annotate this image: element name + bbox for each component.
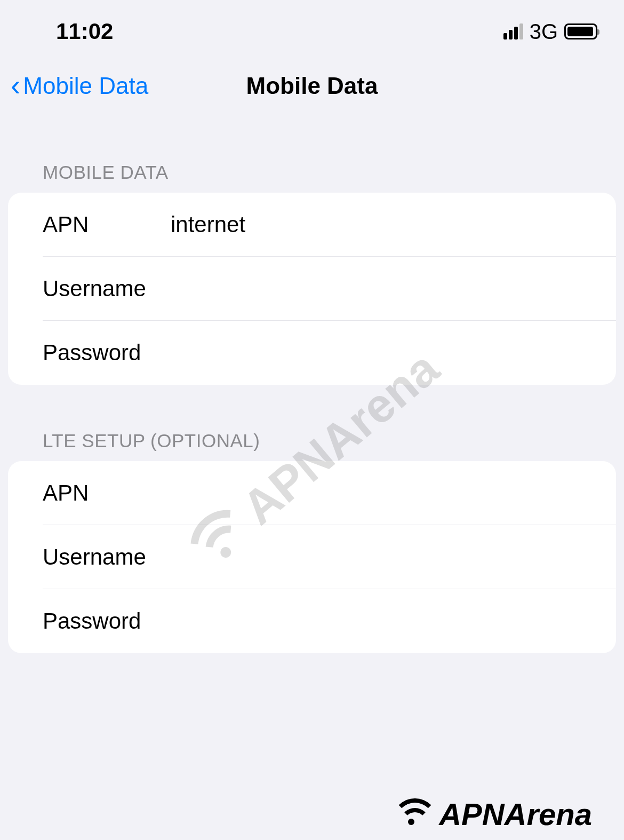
chevron-left-icon: ‹	[11, 71, 20, 100]
row-password[interactable]: Password	[8, 321, 616, 385]
network-type: 3G	[530, 20, 558, 44]
label-password: Password	[43, 340, 171, 366]
input-lte-password[interactable]	[171, 608, 595, 634]
row-lte-username[interactable]: Username	[43, 525, 616, 589]
nav-bar: ‹ Mobile Data Mobile Data	[0, 60, 624, 116]
section-header-mobile-data: MOBILE DATA	[0, 116, 624, 193]
label-lte-username: Username	[43, 544, 171, 570]
row-lte-apn[interactable]: APN	[43, 461, 616, 525]
input-username[interactable]	[171, 276, 595, 302]
row-lte-password[interactable]: Password	[8, 589, 616, 653]
input-lte-apn[interactable]	[171, 480, 595, 506]
status-bar: 11:02 3G	[0, 0, 624, 60]
input-password[interactable]	[171, 340, 595, 366]
input-apn[interactable]	[171, 212, 595, 237]
row-apn[interactable]: APN	[43, 193, 616, 257]
label-apn: APN	[43, 212, 171, 237]
row-username[interactable]: Username	[43, 257, 616, 321]
back-label: Mobile Data	[23, 73, 148, 99]
battery-icon	[564, 23, 597, 39]
label-lte-password: Password	[43, 608, 171, 634]
status-time: 11:02	[56, 19, 113, 44]
label-lte-apn: APN	[43, 480, 171, 506]
table-group-lte-setup: APN Username Password	[8, 461, 616, 653]
table-group-mobile-data: APN Username Password	[8, 193, 616, 385]
wifi-icon	[392, 798, 435, 830]
signal-icon	[503, 23, 523, 39]
status-right: 3G	[503, 20, 597, 44]
label-username: Username	[43, 276, 171, 302]
input-lte-username[interactable]	[171, 544, 595, 570]
back-button[interactable]: ‹ Mobile Data	[11, 71, 148, 100]
page-title: Mobile Data	[246, 73, 378, 99]
watermark-bottom: APNArena	[392, 796, 592, 832]
section-header-lte-setup: LTE SETUP (OPTIONAL)	[0, 385, 624, 461]
